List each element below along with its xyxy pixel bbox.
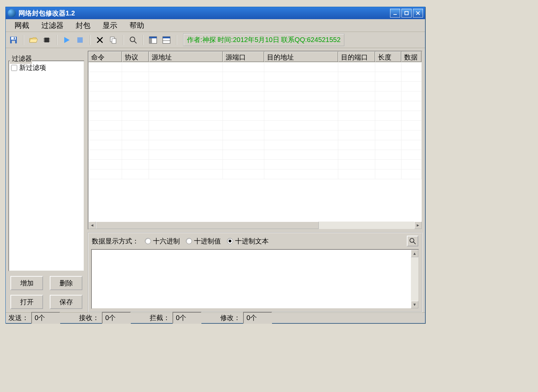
minimize-button[interactable] bbox=[390, 9, 400, 17]
col-dst-addr[interactable]: 目的地址 bbox=[264, 51, 338, 62]
status-modify-value: 0个 bbox=[243, 312, 272, 324]
play-icon[interactable] bbox=[62, 35, 72, 45]
status-recv-label: 接收： bbox=[76, 313, 102, 322]
radio-decimal-text[interactable]: 十进制文本 bbox=[227, 237, 269, 246]
save-button[interactable]: 保存 bbox=[50, 295, 82, 309]
col-dst-port[interactable]: 目的端口 bbox=[338, 51, 375, 62]
svg-rect-16 bbox=[77, 37, 83, 43]
data-search-button[interactable] bbox=[407, 236, 418, 246]
filter-list[interactable]: 新过滤项 bbox=[8, 61, 84, 271]
close-button[interactable] bbox=[413, 9, 423, 17]
scroll-right-icon[interactable]: ► bbox=[414, 222, 422, 229]
menu-packet[interactable]: 封包 bbox=[70, 19, 97, 32]
scroll-thumb[interactable] bbox=[96, 222, 319, 229]
menu-help[interactable]: 帮助 bbox=[123, 19, 150, 32]
status-block-value: 0个 bbox=[172, 312, 201, 324]
svg-rect-1 bbox=[405, 11, 408, 15]
filter-item[interactable]: 新过滤项 bbox=[11, 63, 82, 72]
titlebar: 网络封包修改器1.2 bbox=[6, 7, 425, 19]
open-icon[interactable] bbox=[28, 35, 38, 45]
toolbar: 作者:神探 时间:2012年5月10日 联系QQ:624521552 bbox=[6, 32, 425, 48]
menu-filter[interactable]: 过滤器 bbox=[35, 19, 70, 32]
filter-item-label: 新过滤项 bbox=[19, 63, 46, 72]
app-window: 网络封包修改器1.2 网截 过滤器 封包 显示 帮助 bbox=[5, 7, 425, 323]
data-display-label: 数据显示方式： bbox=[92, 237, 139, 246]
svg-rect-5 bbox=[11, 37, 16, 40]
save-icon[interactable] bbox=[8, 35, 18, 45]
data-textarea-wrap: ▲ ▼ bbox=[91, 249, 419, 309]
col-src-port[interactable]: 源端口 bbox=[223, 51, 265, 62]
status-send-value: 0个 bbox=[31, 312, 60, 324]
data-textarea[interactable] bbox=[92, 250, 411, 308]
svg-rect-6 bbox=[12, 41, 15, 43]
copy-icon[interactable] bbox=[108, 35, 118, 45]
radio-hex[interactable]: 十六进制 bbox=[145, 237, 180, 246]
scroll-left-icon[interactable]: ◄ bbox=[88, 222, 96, 229]
radio-icon bbox=[186, 238, 192, 244]
delete-button[interactable]: 删除 bbox=[50, 276, 82, 290]
svg-point-21 bbox=[130, 37, 135, 42]
col-protocol[interactable]: 协议 bbox=[122, 51, 149, 62]
radio-decimal-value[interactable]: 十进制值 bbox=[186, 237, 221, 246]
toolbar-info: 作者:神探 时间:2012年5月10日 联系QQ:624521552 bbox=[183, 34, 344, 46]
app-icon bbox=[8, 9, 16, 17]
open-button[interactable]: 打开 bbox=[10, 295, 43, 309]
window-title: 网络封包修改器1.2 bbox=[18, 9, 390, 18]
filter-checkbox[interactable] bbox=[11, 65, 17, 71]
svg-rect-25 bbox=[149, 38, 152, 43]
svg-rect-20 bbox=[112, 39, 116, 43]
status-modify-label: 修改： bbox=[218, 313, 243, 322]
layout-split-icon[interactable] bbox=[161, 35, 171, 45]
stop-icon[interactable] bbox=[75, 35, 85, 45]
svg-rect-7 bbox=[14, 37, 15, 39]
menu-display[interactable]: 显示 bbox=[97, 19, 123, 32]
scroll-down-icon[interactable]: ▼ bbox=[411, 301, 418, 308]
data-display-panel: 数据显示方式： 十六进制 十进制值 十进制文本 bbox=[88, 232, 422, 312]
delete-icon[interactable] bbox=[95, 35, 105, 45]
filter-group-label: 过滤器 bbox=[10, 54, 32, 64]
col-data[interactable]: 数据 bbox=[401, 51, 422, 62]
packet-grid[interactable]: 命令 协议 源地址 源端口 目的地址 目的端口 长度 数据 bbox=[88, 51, 422, 230]
add-button[interactable]: 增加 bbox=[10, 276, 43, 290]
statusbar: 发送： 0个 接收： 0个 拦截： 0个 修改： 0个 bbox=[6, 312, 425, 323]
scroll-up-icon[interactable]: ▲ bbox=[411, 250, 418, 257]
radio-icon bbox=[227, 238, 233, 244]
maximize-button[interactable] bbox=[401, 9, 412, 17]
grid-hscrollbar[interactable]: ◄ ► bbox=[88, 222, 422, 229]
svg-rect-24 bbox=[149, 37, 157, 38]
search-icon[interactable] bbox=[128, 35, 138, 45]
status-block-label: 拦截： bbox=[147, 313, 172, 322]
data-vscrollbar[interactable]: ▲ ▼ bbox=[411, 250, 418, 308]
layout-left-icon[interactable] bbox=[148, 35, 158, 45]
grid-header-row: 命令 协议 源地址 源端口 目的地址 目的端口 长度 数据 bbox=[88, 51, 422, 62]
svg-marker-15 bbox=[64, 37, 70, 43]
svg-rect-27 bbox=[163, 37, 170, 38]
svg-rect-8 bbox=[44, 38, 49, 42]
filter-sidebar: 过滤器 新过滤项 增加 删除 打开 保存 bbox=[8, 51, 84, 312]
radio-icon bbox=[145, 238, 151, 244]
col-command[interactable]: 命令 bbox=[88, 51, 122, 62]
col-length[interactable]: 长度 bbox=[375, 51, 401, 62]
status-recv-value: 0个 bbox=[102, 312, 131, 324]
svg-line-30 bbox=[413, 242, 416, 244]
svg-line-22 bbox=[134, 41, 137, 43]
col-src-addr[interactable]: 源地址 bbox=[149, 51, 223, 62]
grid-body[interactable] bbox=[88, 62, 422, 222]
menu-capture[interactable]: 网截 bbox=[8, 19, 35, 32]
menubar: 网截 过滤器 封包 显示 帮助 bbox=[6, 19, 425, 32]
chip-icon[interactable] bbox=[42, 35, 52, 45]
status-send-label: 发送： bbox=[6, 313, 31, 322]
